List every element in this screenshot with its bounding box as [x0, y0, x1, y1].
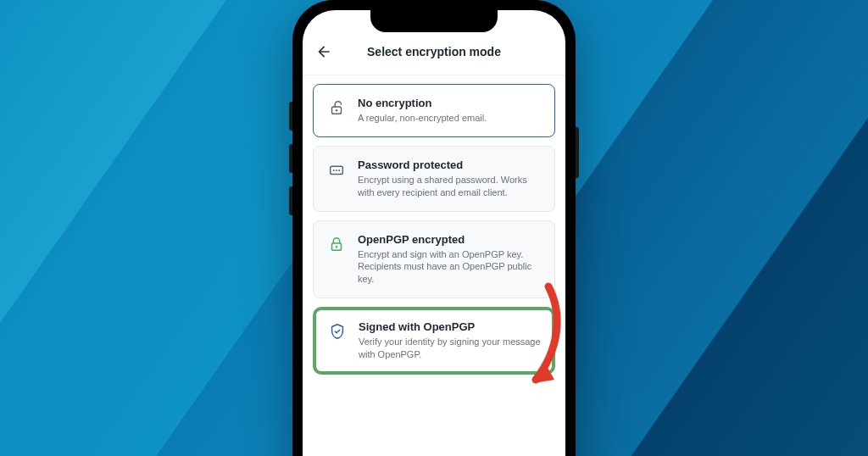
option-password-protected[interactable]: Password protected Encrypt using a share…: [313, 146, 555, 212]
svg-point-5: [338, 170, 340, 171]
option-title: Signed with OpenPGP: [359, 320, 542, 333]
option-openpgp-encrypted[interactable]: OpenPGP encrypted Encrypt and sign with …: [313, 220, 555, 299]
shield-check-icon: [326, 322, 348, 341]
option-description: Verify your identity by signing your mes…: [359, 336, 542, 361]
svg-point-7: [336, 246, 337, 247]
option-signed-openpgp[interactable]: Signed with OpenPGP Verify your identity…: [313, 307, 555, 375]
svg-point-3: [333, 170, 335, 171]
phone-frame: Select encryption mode No encryption A: [292, 0, 576, 456]
svg-point-1: [336, 109, 337, 111]
password-icon: [326, 160, 348, 179]
option-title: OpenPGP encrypted: [358, 233, 542, 246]
option-title: Password protected: [358, 158, 542, 171]
option-description: Encrypt and sign with an OpenPGP key. Re…: [358, 248, 542, 286]
option-title: No encryption: [358, 97, 542, 109]
unlock-icon: [326, 98, 348, 117]
encryption-options-list: No encryption A regular, non-encrypted e…: [303, 75, 565, 375]
phone-screen: Select encryption mode No encryption A: [303, 10, 565, 456]
svg-point-4: [336, 170, 337, 171]
option-text: No encryption A regular, non-encrypted e…: [358, 97, 542, 125]
stage-background: Select encryption mode No encryption A: [0, 0, 868, 456]
option-description: A regular, non-encrypted email.: [358, 112, 542, 125]
page-title: Select encryption mode: [314, 45, 554, 58]
option-text: Signed with OpenPGP Verify your identity…: [359, 320, 542, 361]
phone-notch: [370, 10, 498, 32]
lock-green-icon: [326, 235, 348, 253]
option-text: OpenPGP encrypted Encrypt and sign with …: [358, 233, 542, 286]
option-description: Encrypt using a shared password. Works w…: [358, 174, 542, 199]
option-no-encryption[interactable]: No encryption A regular, non-encrypted e…: [313, 84, 555, 137]
option-text: Password protected Encrypt using a share…: [358, 158, 542, 199]
